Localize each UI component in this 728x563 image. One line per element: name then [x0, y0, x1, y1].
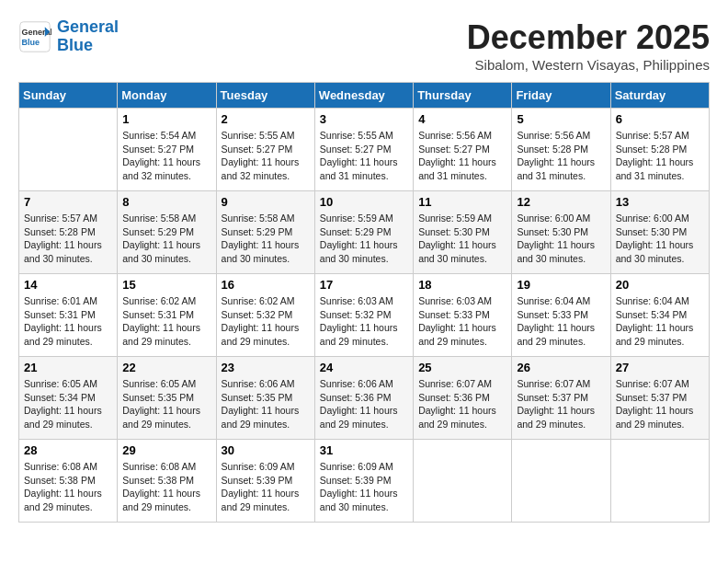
calendar-week-row: 14Sunrise: 6:01 AMSunset: 5:31 PMDayligh… [19, 274, 710, 357]
day-number: 24 [320, 361, 408, 374]
day-info: Sunrise: 6:05 AMSunset: 5:34 PMDaylight:… [24, 377, 112, 431]
col-thursday: Thursday [414, 83, 512, 109]
day-number: 12 [517, 195, 605, 209]
table-row: 18Sunrise: 6:03 AMSunset: 5:33 PMDayligh… [414, 274, 512, 357]
day-number: 5 [517, 112, 605, 126]
day-info: Sunrise: 6:05 AMSunset: 5:35 PMDaylight:… [122, 377, 210, 431]
day-number: 11 [418, 195, 506, 209]
table-row: 6Sunrise: 5:57 AMSunset: 5:28 PMDaylight… [610, 109, 709, 191]
table-row: 26Sunrise: 6:07 AMSunset: 5:37 PMDayligh… [512, 357, 610, 440]
table-row: 9Sunrise: 5:58 AMSunset: 5:29 PMDaylight… [216, 191, 314, 274]
day-info: Sunrise: 6:00 AMSunset: 5:30 PMDaylight:… [517, 212, 605, 266]
table-row [610, 440, 709, 523]
svg-text:Blue: Blue [22, 38, 40, 47]
table-row: 11Sunrise: 5:59 AMSunset: 5:30 PMDayligh… [414, 191, 512, 274]
table-row: 27Sunrise: 6:07 AMSunset: 5:37 PMDayligh… [610, 357, 709, 440]
day-info: Sunrise: 5:57 AMSunset: 5:28 PMDaylight:… [24, 212, 112, 266]
table-row: 8Sunrise: 5:58 AMSunset: 5:29 PMDaylight… [118, 191, 216, 274]
logo-text: GeneralBlue [57, 18, 119, 55]
day-info: Sunrise: 6:02 AMSunset: 5:31 PMDaylight:… [122, 294, 210, 349]
day-number: 22 [122, 361, 210, 374]
table-row: 16Sunrise: 6:02 AMSunset: 5:32 PMDayligh… [216, 274, 314, 357]
day-number: 14 [24, 278, 112, 292]
table-row: 22Sunrise: 6:05 AMSunset: 5:35 PMDayligh… [118, 357, 216, 440]
calendar-week-row: 1Sunrise: 5:54 AMSunset: 5:27 PMDaylight… [19, 109, 710, 191]
calendar-week-row: 21Sunrise: 6:05 AMSunset: 5:34 PMDayligh… [19, 357, 710, 440]
day-info: Sunrise: 6:00 AMSunset: 5:30 PMDaylight:… [616, 212, 704, 266]
table-row: 17Sunrise: 6:03 AMSunset: 5:32 PMDayligh… [314, 274, 413, 357]
table-row: 2Sunrise: 5:55 AMSunset: 5:27 PMDaylight… [216, 109, 314, 191]
day-info: Sunrise: 6:08 AMSunset: 5:38 PMDaylight:… [122, 460, 210, 514]
table-row: 3Sunrise: 5:55 AMSunset: 5:27 PMDaylight… [314, 109, 413, 191]
title-block: December 2025 Sibalom, Western Visayas, … [467, 18, 710, 73]
calendar-week-row: 7Sunrise: 5:57 AMSunset: 5:28 PMDaylight… [19, 191, 710, 274]
location-subtitle: Sibalom, Western Visayas, Philippines [467, 57, 710, 73]
day-info: Sunrise: 6:07 AMSunset: 5:37 PMDaylight:… [517, 377, 605, 431]
day-info: Sunrise: 5:58 AMSunset: 5:29 PMDaylight:… [222, 212, 310, 266]
table-row: 21Sunrise: 6:05 AMSunset: 5:34 PMDayligh… [19, 357, 118, 440]
day-number: 1 [122, 112, 210, 126]
col-wednesday: Wednesday [314, 83, 413, 109]
day-info: Sunrise: 5:55 AMSunset: 5:27 PMDaylight:… [222, 129, 310, 183]
day-number: 23 [222, 361, 310, 374]
day-info: Sunrise: 6:03 AMSunset: 5:33 PMDaylight:… [418, 294, 506, 349]
table-row: 7Sunrise: 5:57 AMSunset: 5:28 PMDaylight… [19, 191, 118, 274]
day-number: 29 [122, 443, 210, 457]
table-row [19, 109, 118, 191]
day-info: Sunrise: 5:56 AMSunset: 5:28 PMDaylight:… [517, 129, 605, 183]
day-number: 7 [24, 195, 112, 209]
day-number: 2 [222, 112, 310, 126]
day-number: 16 [222, 278, 310, 292]
day-info: Sunrise: 6:08 AMSunset: 5:38 PMDaylight:… [24, 460, 112, 514]
day-number: 15 [122, 278, 210, 292]
calendar-table: Sunday Monday Tuesday Wednesday Thursday… [18, 82, 710, 523]
col-saturday: Saturday [610, 83, 709, 109]
day-number: 28 [24, 443, 112, 457]
day-number: 30 [222, 443, 310, 457]
day-number: 19 [517, 278, 605, 292]
month-title: December 2025 [467, 18, 710, 57]
day-number: 17 [320, 278, 408, 292]
table-row: 12Sunrise: 6:00 AMSunset: 5:30 PMDayligh… [512, 191, 610, 274]
day-info: Sunrise: 6:07 AMSunset: 5:37 PMDaylight:… [616, 377, 704, 431]
day-info: Sunrise: 6:09 AMSunset: 5:39 PMDaylight:… [222, 460, 310, 514]
day-info: Sunrise: 5:59 AMSunset: 5:29 PMDaylight:… [320, 212, 408, 266]
table-row: 25Sunrise: 6:07 AMSunset: 5:36 PMDayligh… [414, 357, 512, 440]
calendar-header-row: Sunday Monday Tuesday Wednesday Thursday… [19, 83, 710, 109]
day-info: Sunrise: 5:57 AMSunset: 5:28 PMDaylight:… [616, 129, 704, 183]
table-row: 23Sunrise: 6:06 AMSunset: 5:35 PMDayligh… [216, 357, 314, 440]
day-info: Sunrise: 6:01 AMSunset: 5:31 PMDaylight:… [24, 294, 112, 349]
table-row: 29Sunrise: 6:08 AMSunset: 5:38 PMDayligh… [118, 440, 216, 523]
day-info: Sunrise: 6:03 AMSunset: 5:32 PMDaylight:… [320, 294, 408, 349]
table-row: 5Sunrise: 5:56 AMSunset: 5:28 PMDaylight… [512, 109, 610, 191]
col-monday: Monday [118, 83, 216, 109]
day-info: Sunrise: 6:04 AMSunset: 5:34 PMDaylight:… [616, 294, 704, 349]
day-number: 26 [517, 361, 605, 374]
day-number: 31 [320, 443, 408, 457]
day-number: 10 [320, 195, 408, 209]
table-row: 15Sunrise: 6:02 AMSunset: 5:31 PMDayligh… [118, 274, 216, 357]
table-row: 13Sunrise: 6:00 AMSunset: 5:30 PMDayligh… [610, 191, 709, 274]
day-info: Sunrise: 5:59 AMSunset: 5:30 PMDaylight:… [418, 212, 506, 266]
general-blue-icon: General Blue [18, 20, 51, 53]
day-info: Sunrise: 5:55 AMSunset: 5:27 PMDaylight:… [320, 129, 408, 183]
day-info: Sunrise: 6:09 AMSunset: 5:39 PMDaylight:… [320, 460, 408, 514]
day-number: 6 [616, 112, 704, 126]
table-row: 28Sunrise: 6:08 AMSunset: 5:38 PMDayligh… [19, 440, 118, 523]
col-sunday: Sunday [19, 83, 118, 109]
table-row: 30Sunrise: 6:09 AMSunset: 5:39 PMDayligh… [216, 440, 314, 523]
day-number: 4 [418, 112, 506, 126]
day-info: Sunrise: 5:58 AMSunset: 5:29 PMDaylight:… [122, 212, 210, 266]
col-friday: Friday [512, 83, 610, 109]
day-info: Sunrise: 6:04 AMSunset: 5:33 PMDaylight:… [517, 294, 605, 349]
table-row: 19Sunrise: 6:04 AMSunset: 5:33 PMDayligh… [512, 274, 610, 357]
day-info: Sunrise: 6:07 AMSunset: 5:36 PMDaylight:… [418, 377, 506, 431]
col-tuesday: Tuesday [216, 83, 314, 109]
table-row [512, 440, 610, 523]
day-info: Sunrise: 6:06 AMSunset: 5:35 PMDaylight:… [222, 377, 310, 431]
day-number: 13 [616, 195, 704, 209]
table-row: 20Sunrise: 6:04 AMSunset: 5:34 PMDayligh… [610, 274, 709, 357]
day-number: 8 [122, 195, 210, 209]
day-info: Sunrise: 5:54 AMSunset: 5:27 PMDaylight:… [122, 129, 210, 183]
day-number: 20 [616, 278, 704, 292]
